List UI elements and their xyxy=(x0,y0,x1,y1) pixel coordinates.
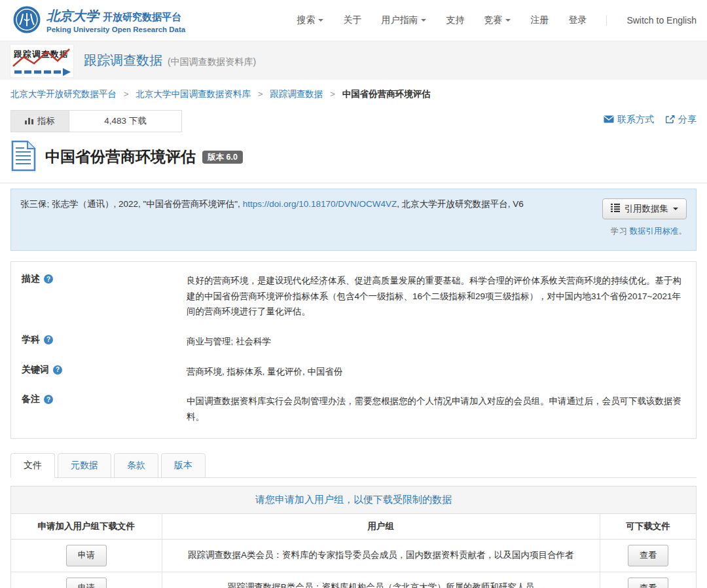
group-description: 跟踪调查数据A类会员：资料库的专家指导委员会成员，国内数据资料贡献者，以及国内项… xyxy=(162,540,600,572)
dataset-tabs: 文件 元数据 条款 版本 xyxy=(10,453,697,478)
pku-seal-icon xyxy=(13,6,41,35)
table-row: 申请 跟踪调查数据A类会员：资料库的专家指导委员会成员，国内数据资料贡献者，以及… xyxy=(11,540,696,572)
citation-standards-line: 学习 数据引用标准。 xyxy=(602,226,687,237)
breadcrumb-current: 中国省份营商环境评估 xyxy=(342,89,431,99)
caret-down-icon xyxy=(421,19,426,22)
doi-link[interactable]: https://doi.org/10.18170/DVN/OCW4VZ xyxy=(243,199,397,209)
tab-versions[interactable]: 版本 xyxy=(161,453,206,478)
metrics-panel: 指标 4,483 下载 xyxy=(10,110,182,132)
list-icon xyxy=(611,204,620,214)
caret-down-icon xyxy=(318,19,323,22)
metadata-row-description: 描述? 良好的营商环境，是建设现代化经济体系、促进高质量发展的重要基础。科学合理… xyxy=(11,266,696,327)
apply-button[interactable]: 申请 xyxy=(66,545,107,566)
top-header: 北京大学 开放研究数据平台 Peking University Open Res… xyxy=(0,0,707,41)
collection-subtitle: (中国调查数据资料库) xyxy=(168,56,256,67)
breadcrumb-root[interactable]: 北京大学开放研究数据平台 xyxy=(10,89,117,99)
caret-down-icon xyxy=(673,208,678,210)
tab-files[interactable]: 文件 xyxy=(10,453,55,478)
column-header-apply: 申请加入用户组下载文件 xyxy=(11,514,162,540)
metadata-value: 良好的营商环境，是建设现代化经济体系、促进高质量发展的重要基础。科学合理的评价体… xyxy=(187,273,685,320)
metrics-row: 指标 4,483 下载 联系方式 分享 xyxy=(0,106,707,132)
dataset-title: 中国省份营商环境评估版本 6.0 xyxy=(45,147,243,167)
site-suffix-cn: 开放研究数据平台 xyxy=(103,11,181,24)
column-header-downloadable: 可下载文件 xyxy=(600,514,696,540)
collection-banner: 跟踪调查数据 跟踪调查数据 (中国调查数据资料库) xyxy=(0,41,707,80)
breadcrumb-separator: > xyxy=(330,89,335,99)
help-icon[interactable]: ? xyxy=(44,335,53,344)
group-description: 跟踪调查数据B类会员：资料库机构会员（含北京大学）所属的教师和研究人员 xyxy=(162,572,600,588)
nav-divider xyxy=(606,15,607,26)
tab-metadata[interactable]: 元数据 xyxy=(58,453,111,478)
version-badge: 版本 6.0 xyxy=(202,151,243,164)
nav-support[interactable]: 支持 xyxy=(446,14,464,26)
dataset-title-block: 中国省份营商环境评估版本 6.0 xyxy=(0,132,707,183)
metadata-row-keywords: 关键词? 营商环境, 指标体系, 量化评价, 中国省份 xyxy=(11,357,696,387)
user-group-panel: 请您申请加入用户组，以便下载受限制的数据 申请加入用户组下载文件 用户组 可下载… xyxy=(10,486,697,588)
user-group-banner: 请您申请加入用户组，以便下载受限制的数据 xyxy=(11,487,696,514)
citation-standards-link[interactable]: 数据引用标准 xyxy=(630,227,679,236)
metadata-summary: 描述? 良好的营商环境，是建设现代化经济体系、促进高质量发展的重要基础。科学合理… xyxy=(10,261,697,439)
collection-title-link[interactable]: 跟踪调查数据 xyxy=(84,53,162,67)
breadcrumb-separator: > xyxy=(124,89,129,99)
metadata-row-subject: 学科? 商业与管理; 社会科学 xyxy=(11,327,696,357)
collection-logo[interactable]: 跟踪调查数据 xyxy=(10,45,73,77)
bar-chart-icon xyxy=(25,116,33,126)
view-button[interactable]: 查看 xyxy=(628,545,668,566)
breadcrumb-collection[interactable]: 跟踪调查数据 xyxy=(270,89,323,99)
site-name-cn: 北京大学 xyxy=(46,7,99,25)
metadata-value: 营商环境, 指标体系, 量化评价, 中国省份 xyxy=(187,364,685,380)
tab-terms[interactable]: 条款 xyxy=(114,453,158,478)
metrics-label: 指标 xyxy=(37,115,55,127)
contact-button[interactable]: 联系方式 xyxy=(604,114,654,126)
share-icon xyxy=(666,115,675,126)
apply-button[interactable]: 申请 xyxy=(66,578,107,588)
nav-switch-language[interactable]: Switch to English xyxy=(626,15,697,26)
user-group-table: 申请加入用户组下载文件 用户组 可下载文件 申请 跟踪调查数据A类会员：资料库的… xyxy=(11,514,696,588)
view-button[interactable]: 查看 xyxy=(628,578,668,588)
nav-search[interactable]: 搜索 xyxy=(297,14,323,26)
metadata-row-notes: 备注? 中国调查数据资料库实行会员制管理办法，需要您根据您的个人情况申请加入对应… xyxy=(11,386,696,432)
nav-login[interactable]: 登录 xyxy=(568,14,587,26)
breadcrumb-archive[interactable]: 北京大学中国调查数据资料库 xyxy=(136,89,251,99)
caret-down-icon xyxy=(505,19,511,22)
downloads-count: 4,483 下载 xyxy=(69,111,181,132)
metadata-value: 商业与管理; 社会科学 xyxy=(187,334,685,350)
column-header-group: 用户组 xyxy=(162,514,600,540)
dataset-document-icon xyxy=(10,140,37,174)
nav-contest[interactable]: 竞赛 xyxy=(484,14,511,26)
site-name-en: Peking University Open Research Data xyxy=(46,26,185,33)
site-logo[interactable]: 北京大学 开放研究数据平台 Peking University Open Res… xyxy=(13,6,185,35)
share-button[interactable]: 分享 xyxy=(666,114,697,126)
nav-about[interactable]: 关于 xyxy=(343,14,361,26)
metadata-label: 描述 xyxy=(22,273,40,285)
metrics-tab[interactable]: 指标 xyxy=(11,111,69,132)
page-actions: 联系方式 分享 xyxy=(604,110,697,126)
metadata-label: 学科 xyxy=(22,334,40,346)
metadata-label: 备注 xyxy=(22,394,40,405)
cite-dataset-button[interactable]: 引用数据集 xyxy=(602,198,687,219)
metadata-label: 关键词 xyxy=(22,364,49,376)
help-icon[interactable]: ? xyxy=(44,274,53,284)
envelope-icon xyxy=(604,115,614,125)
nav-user-guide[interactable]: 用户指南 xyxy=(381,14,426,26)
metadata-value: 中国调查数据资料库实行会员制管理办法，需要您根据您的个人情况申请加入对应的会员组… xyxy=(187,394,685,424)
help-icon[interactable]: ? xyxy=(53,365,62,375)
citation-text: 张三保; 张志学（通讯）, 2022, "中国省份营商环境评估", https:… xyxy=(20,197,557,237)
help-icon[interactable]: ? xyxy=(44,395,53,404)
nav-register[interactable]: 注册 xyxy=(530,14,549,26)
breadcrumb: 北京大学开放研究数据平台 > 北京大学中国调查数据资料库 > 跟踪调查数据 > … xyxy=(0,80,707,106)
breadcrumb-separator: > xyxy=(258,89,263,99)
top-nav: 搜索 关于 用户指南 支持 竞赛 注册 登录 Switch to English xyxy=(297,14,697,26)
table-row: 申请 跟踪调查数据B类会员：资料库机构会员（含北京大学）所属的教师和研究人员 查… xyxy=(11,572,696,588)
citation-box: 张三保; 张志学（通讯）, 2022, "中国省份营商环境评估", https:… xyxy=(10,189,697,251)
